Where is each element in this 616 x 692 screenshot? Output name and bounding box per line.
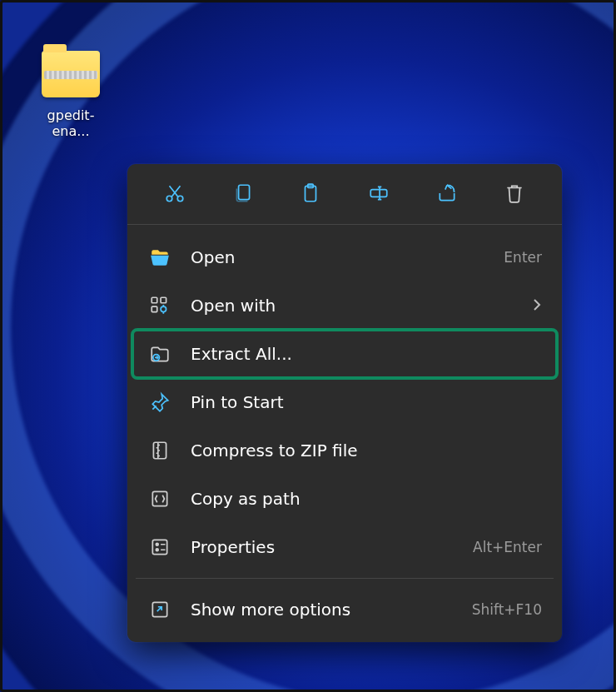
menu-item-properties[interactable]: Properties Alt+Enter [132,523,557,571]
share-icon [436,182,458,207]
menu-item-shortcut: Alt+Enter [473,539,542,555]
menu-item-pin-to-start[interactable]: Pin to Start [132,378,557,426]
share-button[interactable] [413,179,481,211]
svg-rect-2 [238,185,249,199]
svg-rect-7 [161,297,166,303]
menu-item-show-more-options[interactable]: Show more options Shift+F10 [132,585,557,634]
cut-button[interactable] [141,179,209,211]
menu-item-label: Open with [191,296,525,316]
menu-item-extract-all[interactable]: Extract All... [132,330,557,378]
desktop-zip-file-icon[interactable]: gpedit-ena... [29,51,112,139]
show-more-icon [147,597,172,622]
svg-rect-6 [152,297,157,303]
menu-item-label: Compress to ZIP file [191,441,542,461]
rename-icon [368,182,390,207]
copy-icon [232,182,254,207]
context-menu-toolbar [127,164,562,225]
menu-item-shortcut: Shift+F10 [472,601,542,618]
paste-button[interactable] [276,179,345,211]
context-menu-list: Open Enter Open with Extract All... Pin … [127,225,562,634]
menu-separator [136,578,554,579]
menu-item-shortcut: Enter [504,249,542,266]
svg-point-1 [177,196,183,202]
desktop-icon-label: gpedit-ena... [29,107,112,139]
copy-path-icon [147,486,172,511]
pin-icon [147,390,172,415]
menu-item-label: Pin to Start [191,392,542,412]
context-menu: Open Enter Open with Extract All... Pin … [127,164,562,642]
menu-item-label: Extract All... [191,344,542,364]
svg-rect-8 [152,306,157,312]
svg-rect-13 [152,540,166,554]
svg-point-9 [161,306,166,312]
rename-button[interactable] [345,179,413,211]
svg-rect-5 [370,190,387,197]
menu-item-label: Show more options [191,600,472,620]
properties-icon [147,535,172,560]
folder-open-icon [147,245,172,270]
svg-point-0 [166,196,172,202]
menu-item-label: Properties [191,537,473,557]
open-with-icon [147,293,172,318]
svg-point-15 [156,549,158,551]
zip-folder-icon [42,51,100,97]
delete-icon [504,182,525,207]
copy-button[interactable] [209,179,277,211]
paste-icon [300,182,321,207]
menu-item-label: Open [191,247,504,267]
delete-button[interactable] [480,179,549,211]
svg-point-14 [156,543,158,545]
compress-icon [147,438,172,463]
menu-item-open-with[interactable]: Open with [132,281,557,330]
menu-item-compress-zip[interactable]: Compress to ZIP file [132,426,557,475]
menu-item-copy-as-path[interactable]: Copy as path [132,475,557,523]
extract-icon [147,341,172,366]
menu-item-label: Copy as path [191,489,542,509]
cut-icon [164,182,186,207]
menu-item-open[interactable]: Open Enter [132,233,557,281]
chevron-right-icon [532,296,542,316]
